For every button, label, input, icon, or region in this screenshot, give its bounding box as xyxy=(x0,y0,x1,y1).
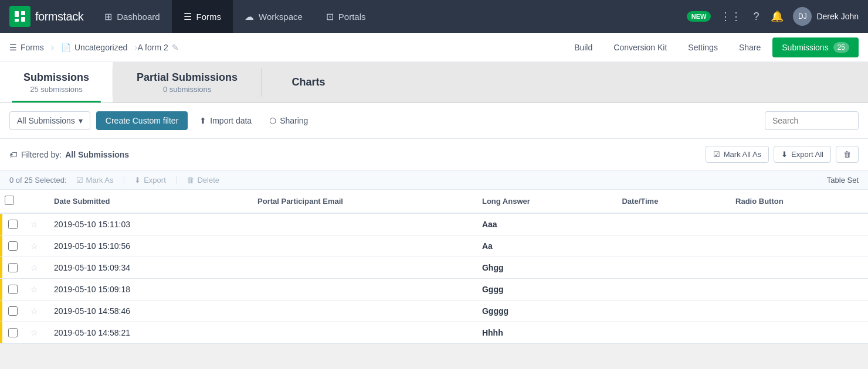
settings-button[interactable]: Settings xyxy=(679,38,727,57)
table-set-button[interactable]: Table Set xyxy=(827,176,859,184)
edit-icon[interactable]: ✎ xyxy=(172,43,179,52)
row-email xyxy=(250,257,475,279)
row-long-answer: Gggg xyxy=(475,279,615,300)
header-radio-button[interactable]: Radio Button xyxy=(728,190,868,213)
nav-item-portals[interactable]: ⊡ Portals xyxy=(314,0,378,33)
avatar: DJ xyxy=(793,7,812,26)
row-datetime xyxy=(615,213,728,235)
star-icon[interactable]: ☆ xyxy=(30,263,38,272)
nav-item-dashboard[interactable]: ⊞ Dashboard xyxy=(93,0,171,33)
forms-breadcrumb-icon: ☰ xyxy=(9,43,17,52)
row-email xyxy=(250,279,475,300)
row-checkbox[interactable] xyxy=(8,285,18,294)
nav-label-workspace: Workspace xyxy=(259,12,303,22)
row-star-cell[interactable]: ☆ xyxy=(23,213,47,235)
row-long-answer: Ggggg xyxy=(475,300,615,322)
delete-action[interactable]: 🗑 Delete xyxy=(187,176,219,184)
row-star-cell[interactable]: ☆ xyxy=(23,257,47,279)
tab-charts[interactable]: Charts xyxy=(262,62,355,102)
header-portal-email[interactable]: Portal Participant Email xyxy=(250,190,475,213)
search-input[interactable] xyxy=(765,111,859,130)
sharing-button[interactable]: ⬡ Sharing xyxy=(263,112,314,129)
filter-dropdown[interactable]: All Submissions ▾ xyxy=(9,111,90,130)
nav-label-portals: Portals xyxy=(338,12,366,22)
help-icon[interactable]: ? xyxy=(751,8,761,25)
import-icon: ⬆ xyxy=(199,116,206,125)
row-date: 2019-05-10 15:09:18 xyxy=(47,279,250,300)
header-date-submitted[interactable]: Date Submitted xyxy=(47,190,250,213)
create-custom-filter-button[interactable]: Create Custom filter xyxy=(96,111,188,130)
top-navigation: formstack ⊞ Dashboard ☰ Forms ☁ Workspac… xyxy=(0,0,868,33)
row-checkbox[interactable] xyxy=(8,241,18,251)
row-checkbox-cell[interactable] xyxy=(0,214,23,235)
row-email xyxy=(250,300,475,322)
export-all-button[interactable]: ⬇ Export All xyxy=(774,146,831,163)
breadcrumb-forms[interactable]: ☰ Forms xyxy=(9,43,51,52)
conversion-kit-button[interactable]: Conversion Kit xyxy=(604,38,676,57)
row-star-cell[interactable]: ☆ xyxy=(23,322,47,344)
export-action[interactable]: ⬇ Export xyxy=(134,176,166,184)
star-icon[interactable]: ☆ xyxy=(30,328,38,337)
row-radio xyxy=(728,300,868,322)
tab-charts-label: Charts xyxy=(292,76,326,88)
uncategorized-icon: 📄 xyxy=(61,43,71,52)
row-checkbox-cell[interactable] xyxy=(0,322,23,343)
submissions-table-container: Date Submitted Portal Participant Email … xyxy=(0,190,868,344)
star-icon[interactable]: ☆ xyxy=(30,285,38,294)
filter-bar: 🏷 Filtered by: All Submissions ☑ Mark Al… xyxy=(0,139,868,170)
grid-icon[interactable]: ⋮⋮ xyxy=(718,8,744,25)
row-checkbox[interactable] xyxy=(8,306,18,316)
notifications-icon[interactable]: 🔔 xyxy=(768,8,786,25)
header-checkbox[interactable] xyxy=(0,190,23,213)
new-badge[interactable]: NEW xyxy=(687,11,711,22)
selection-bar: 0 of 25 Selected: ☑ Mark As | ⬇ Export |… xyxy=(0,170,868,190)
row-checkbox-cell[interactable] xyxy=(0,235,23,257)
row-checkbox-cell[interactable] xyxy=(0,257,23,278)
star-icon[interactable]: ☆ xyxy=(30,241,38,251)
row-checkbox-cell[interactable] xyxy=(0,300,23,322)
select-all-checkbox[interactable] xyxy=(5,196,14,205)
row-star-cell[interactable]: ☆ xyxy=(23,235,47,257)
header-long-answer[interactable]: Long Answer xyxy=(475,190,615,213)
tab-partial-sub: 0 submissions xyxy=(163,85,211,94)
row-date: 2019-05-10 15:10:56 xyxy=(47,235,250,257)
sep-2: | xyxy=(175,175,178,184)
user-area[interactable]: DJ Derek John xyxy=(793,7,859,26)
tab-submissions-label: Submissions xyxy=(23,71,89,84)
breadcrumb-uncategorized[interactable]: 📄 Uncategorized xyxy=(54,43,134,52)
mark-all-as-button[interactable]: ☑ Mark All As xyxy=(706,146,769,163)
star-icon[interactable]: ☆ xyxy=(30,220,38,229)
mark-as-action[interactable]: ☑ Mark As xyxy=(76,176,114,184)
nav-item-workspace[interactable]: ☁ Workspace xyxy=(233,0,314,33)
build-button[interactable]: Build xyxy=(565,38,602,57)
row-radio xyxy=(728,235,868,257)
tab-partial-submissions[interactable]: Partial Submissions 0 submissions xyxy=(113,62,261,102)
row-checkbox-cell[interactable] xyxy=(0,279,23,300)
header-datetime[interactable]: Date/Time xyxy=(615,190,728,213)
star-icon[interactable]: ☆ xyxy=(30,306,38,316)
row-checkbox[interactable] xyxy=(8,220,18,229)
svg-rect-1 xyxy=(21,11,25,15)
row-star-cell[interactable]: ☆ xyxy=(23,300,47,322)
row-datetime xyxy=(615,235,728,257)
delete-icon: 🗑 xyxy=(843,150,851,159)
filtered-by-label: Filtered by: xyxy=(21,150,62,159)
tab-submissions[interactable]: Submissions 25 submissions xyxy=(0,62,113,102)
nav-item-forms[interactable]: ☰ Forms xyxy=(172,0,233,33)
logo-area[interactable]: formstack xyxy=(9,6,83,27)
row-checkbox[interactable] xyxy=(8,328,18,337)
delete-all-button[interactable]: 🗑 xyxy=(836,146,859,163)
submissions-button[interactable]: Submissions 25 xyxy=(772,37,859,57)
share-button[interactable]: Share xyxy=(730,38,770,57)
filter-tag-icon: 🏷 xyxy=(9,150,18,159)
user-name: Derek John xyxy=(816,12,859,21)
table-body: ☆ 2019-05-10 15:11:03 Aaa ☆ 2019-05-10 1… xyxy=(0,213,868,344)
row-star-cell[interactable]: ☆ xyxy=(23,279,47,300)
tab-partial-label: Partial Submissions xyxy=(137,71,238,84)
table-row: ☆ 2019-05-10 15:09:34 Ghgg xyxy=(0,257,868,279)
row-checkbox[interactable] xyxy=(8,263,18,272)
delete-sel-icon: 🗑 xyxy=(187,176,194,184)
filter-tag: 🏷 Filtered by: All Submissions xyxy=(9,150,129,159)
import-data-button[interactable]: ⬆ Import data xyxy=(194,112,257,129)
table-row: ☆ 2019-05-10 14:58:46 Ggggg xyxy=(0,300,868,322)
